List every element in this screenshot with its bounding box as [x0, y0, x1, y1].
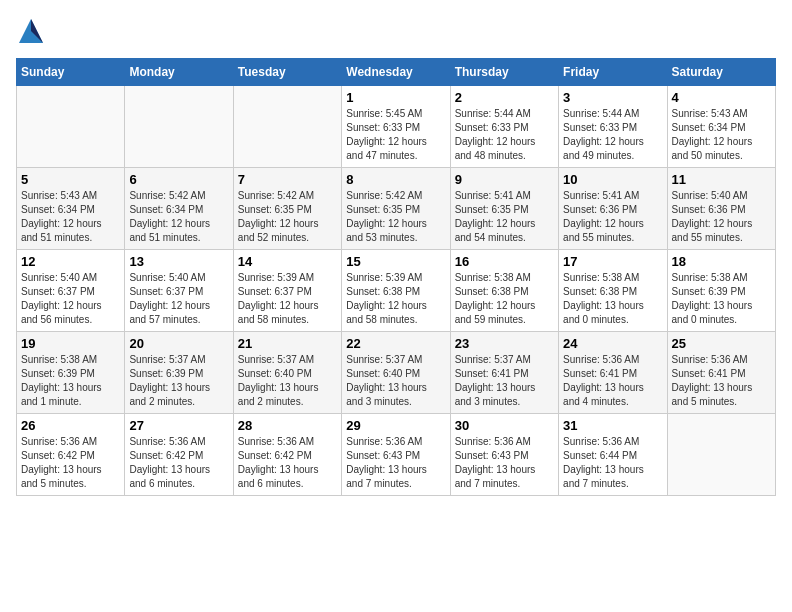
page-header	[16, 16, 776, 46]
calendar-cell: 11Sunrise: 5:40 AM Sunset: 6:36 PM Dayli…	[667, 168, 775, 250]
day-info: Sunrise: 5:37 AM Sunset: 6:40 PM Dayligh…	[346, 353, 445, 409]
calendar-cell: 30Sunrise: 5:36 AM Sunset: 6:43 PM Dayli…	[450, 414, 558, 496]
day-info: Sunrise: 5:36 AM Sunset: 6:41 PM Dayligh…	[563, 353, 662, 409]
calendar-cell: 8Sunrise: 5:42 AM Sunset: 6:35 PM Daylig…	[342, 168, 450, 250]
day-info: Sunrise: 5:40 AM Sunset: 6:36 PM Dayligh…	[672, 189, 771, 245]
day-info: Sunrise: 5:41 AM Sunset: 6:35 PM Dayligh…	[455, 189, 554, 245]
day-number: 20	[129, 336, 228, 351]
calendar-cell: 28Sunrise: 5:36 AM Sunset: 6:42 PM Dayli…	[233, 414, 341, 496]
day-number: 15	[346, 254, 445, 269]
day-info: Sunrise: 5:36 AM Sunset: 6:42 PM Dayligh…	[129, 435, 228, 491]
day-info: Sunrise: 5:37 AM Sunset: 6:40 PM Dayligh…	[238, 353, 337, 409]
day-number: 21	[238, 336, 337, 351]
calendar-cell: 3Sunrise: 5:44 AM Sunset: 6:33 PM Daylig…	[559, 86, 667, 168]
calendar-cell: 23Sunrise: 5:37 AM Sunset: 6:41 PM Dayli…	[450, 332, 558, 414]
calendar-cell: 1Sunrise: 5:45 AM Sunset: 6:33 PM Daylig…	[342, 86, 450, 168]
day-info: Sunrise: 5:45 AM Sunset: 6:33 PM Dayligh…	[346, 107, 445, 163]
day-info: Sunrise: 5:36 AM Sunset: 6:43 PM Dayligh…	[455, 435, 554, 491]
day-header-wednesday: Wednesday	[342, 59, 450, 86]
calendar-cell: 18Sunrise: 5:38 AM Sunset: 6:39 PM Dayli…	[667, 250, 775, 332]
calendar-cell: 12Sunrise: 5:40 AM Sunset: 6:37 PM Dayli…	[17, 250, 125, 332]
calendar-cell: 25Sunrise: 5:36 AM Sunset: 6:41 PM Dayli…	[667, 332, 775, 414]
calendar-cell: 19Sunrise: 5:38 AM Sunset: 6:39 PM Dayli…	[17, 332, 125, 414]
day-info: Sunrise: 5:38 AM Sunset: 6:38 PM Dayligh…	[455, 271, 554, 327]
day-info: Sunrise: 5:44 AM Sunset: 6:33 PM Dayligh…	[455, 107, 554, 163]
day-number: 2	[455, 90, 554, 105]
day-number: 10	[563, 172, 662, 187]
day-number: 1	[346, 90, 445, 105]
day-info: Sunrise: 5:41 AM Sunset: 6:36 PM Dayligh…	[563, 189, 662, 245]
day-info: Sunrise: 5:38 AM Sunset: 6:38 PM Dayligh…	[563, 271, 662, 327]
calendar-cell: 16Sunrise: 5:38 AM Sunset: 6:38 PM Dayli…	[450, 250, 558, 332]
day-number: 14	[238, 254, 337, 269]
calendar-cell	[125, 86, 233, 168]
calendar-cell: 15Sunrise: 5:39 AM Sunset: 6:38 PM Dayli…	[342, 250, 450, 332]
day-number: 8	[346, 172, 445, 187]
day-number: 30	[455, 418, 554, 433]
day-info: Sunrise: 5:36 AM Sunset: 6:44 PM Dayligh…	[563, 435, 662, 491]
day-info: Sunrise: 5:43 AM Sunset: 6:34 PM Dayligh…	[21, 189, 120, 245]
calendar-cell: 29Sunrise: 5:36 AM Sunset: 6:43 PM Dayli…	[342, 414, 450, 496]
logo-icon	[16, 16, 46, 46]
calendar-cell: 13Sunrise: 5:40 AM Sunset: 6:37 PM Dayli…	[125, 250, 233, 332]
day-number: 17	[563, 254, 662, 269]
calendar-cell: 31Sunrise: 5:36 AM Sunset: 6:44 PM Dayli…	[559, 414, 667, 496]
day-info: Sunrise: 5:42 AM Sunset: 6:34 PM Dayligh…	[129, 189, 228, 245]
logo	[16, 16, 52, 46]
day-number: 9	[455, 172, 554, 187]
day-info: Sunrise: 5:39 AM Sunset: 6:37 PM Dayligh…	[238, 271, 337, 327]
calendar-week-3: 12Sunrise: 5:40 AM Sunset: 6:37 PM Dayli…	[17, 250, 776, 332]
calendar-cell: 2Sunrise: 5:44 AM Sunset: 6:33 PM Daylig…	[450, 86, 558, 168]
day-info: Sunrise: 5:44 AM Sunset: 6:33 PM Dayligh…	[563, 107, 662, 163]
day-number: 18	[672, 254, 771, 269]
day-info: Sunrise: 5:36 AM Sunset: 6:41 PM Dayligh…	[672, 353, 771, 409]
day-header-monday: Monday	[125, 59, 233, 86]
calendar-cell: 27Sunrise: 5:36 AM Sunset: 6:42 PM Dayli…	[125, 414, 233, 496]
day-number: 6	[129, 172, 228, 187]
calendar-cell: 20Sunrise: 5:37 AM Sunset: 6:39 PM Dayli…	[125, 332, 233, 414]
day-info: Sunrise: 5:38 AM Sunset: 6:39 PM Dayligh…	[672, 271, 771, 327]
calendar-cell	[233, 86, 341, 168]
day-header-thursday: Thursday	[450, 59, 558, 86]
calendar-cell	[667, 414, 775, 496]
day-number: 31	[563, 418, 662, 433]
day-number: 16	[455, 254, 554, 269]
day-info: Sunrise: 5:42 AM Sunset: 6:35 PM Dayligh…	[238, 189, 337, 245]
day-header-saturday: Saturday	[667, 59, 775, 86]
calendar-table: SundayMondayTuesdayWednesdayThursdayFrid…	[16, 58, 776, 496]
day-number: 3	[563, 90, 662, 105]
day-number: 22	[346, 336, 445, 351]
day-number: 5	[21, 172, 120, 187]
day-info: Sunrise: 5:36 AM Sunset: 6:42 PM Dayligh…	[238, 435, 337, 491]
calendar-week-5: 26Sunrise: 5:36 AM Sunset: 6:42 PM Dayli…	[17, 414, 776, 496]
day-info: Sunrise: 5:43 AM Sunset: 6:34 PM Dayligh…	[672, 107, 771, 163]
calendar-cell: 17Sunrise: 5:38 AM Sunset: 6:38 PM Dayli…	[559, 250, 667, 332]
calendar-cell: 22Sunrise: 5:37 AM Sunset: 6:40 PM Dayli…	[342, 332, 450, 414]
day-number: 28	[238, 418, 337, 433]
day-number: 23	[455, 336, 554, 351]
day-info: Sunrise: 5:37 AM Sunset: 6:39 PM Dayligh…	[129, 353, 228, 409]
day-number: 11	[672, 172, 771, 187]
calendar-cell: 21Sunrise: 5:37 AM Sunset: 6:40 PM Dayli…	[233, 332, 341, 414]
calendar-cell: 10Sunrise: 5:41 AM Sunset: 6:36 PM Dayli…	[559, 168, 667, 250]
day-number: 29	[346, 418, 445, 433]
day-number: 4	[672, 90, 771, 105]
calendar-week-4: 19Sunrise: 5:38 AM Sunset: 6:39 PM Dayli…	[17, 332, 776, 414]
calendar-header-row: SundayMondayTuesdayWednesdayThursdayFrid…	[17, 59, 776, 86]
calendar-cell: 5Sunrise: 5:43 AM Sunset: 6:34 PM Daylig…	[17, 168, 125, 250]
day-number: 12	[21, 254, 120, 269]
day-header-sunday: Sunday	[17, 59, 125, 86]
calendar-week-1: 1Sunrise: 5:45 AM Sunset: 6:33 PM Daylig…	[17, 86, 776, 168]
calendar-cell: 9Sunrise: 5:41 AM Sunset: 6:35 PM Daylig…	[450, 168, 558, 250]
day-number: 13	[129, 254, 228, 269]
day-info: Sunrise: 5:39 AM Sunset: 6:38 PM Dayligh…	[346, 271, 445, 327]
day-info: Sunrise: 5:38 AM Sunset: 6:39 PM Dayligh…	[21, 353, 120, 409]
day-info: Sunrise: 5:36 AM Sunset: 6:42 PM Dayligh…	[21, 435, 120, 491]
day-number: 24	[563, 336, 662, 351]
day-info: Sunrise: 5:40 AM Sunset: 6:37 PM Dayligh…	[129, 271, 228, 327]
day-header-friday: Friday	[559, 59, 667, 86]
calendar-cell: 7Sunrise: 5:42 AM Sunset: 6:35 PM Daylig…	[233, 168, 341, 250]
day-number: 7	[238, 172, 337, 187]
calendar-cell: 6Sunrise: 5:42 AM Sunset: 6:34 PM Daylig…	[125, 168, 233, 250]
calendar-week-2: 5Sunrise: 5:43 AM Sunset: 6:34 PM Daylig…	[17, 168, 776, 250]
